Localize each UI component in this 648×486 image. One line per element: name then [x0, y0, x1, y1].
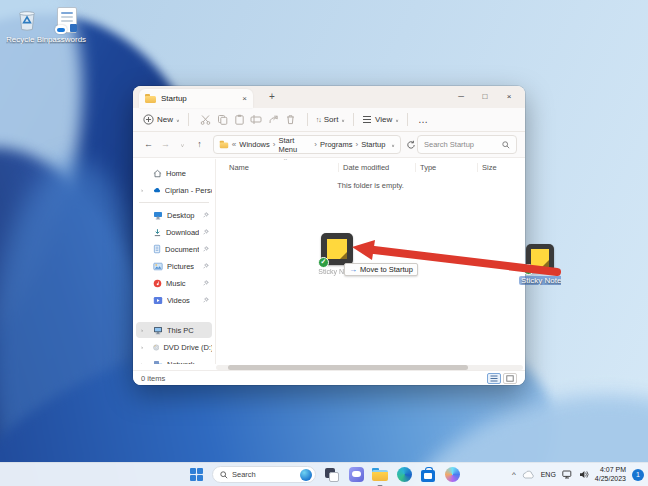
sidebar-item-network[interactable]: › Network [136, 356, 212, 364]
details-view-toggle[interactable] [487, 373, 501, 384]
sidebar-item-label: DVD Drive (D:) CCC [163, 343, 212, 352]
copy-button[interactable] [214, 114, 231, 125]
address-dropdown-icon[interactable]: ∨ [391, 142, 395, 147]
tab-close-icon[interactable]: × [242, 94, 247, 103]
network-icon [153, 360, 163, 365]
taskbar-search[interactable]: Search [212, 466, 316, 483]
desktop-icon-recycle-bin[interactable]: Recycle Bin [6, 5, 48, 44]
new-tab-button[interactable]: + [265, 91, 279, 102]
explorer-file-pane[interactable]: Name ^ Date modified Type Size This fold… [215, 159, 525, 364]
sidebar-item-videos[interactable]: Videos [136, 292, 212, 308]
expand-chevron-icon[interactable]: › [141, 344, 143, 350]
tab-startup[interactable]: Startup × [139, 89, 253, 108]
paste-button[interactable] [231, 114, 248, 125]
onedrive-tray-icon[interactable] [522, 470, 535, 479]
cut-button[interactable] [197, 114, 214, 125]
desktop-icon-sticky-notes[interactable]: ✓ Sticky Notes [519, 244, 561, 287]
sidebar-item-this-pc[interactable]: › This PC [136, 322, 212, 338]
sidebar-item-label: Music [166, 279, 186, 288]
copilot-icon [445, 467, 460, 482]
sidebar-item-label: Videos [167, 296, 190, 305]
refresh-button[interactable] [406, 140, 416, 150]
desktop-icon-label: passwords [46, 35, 88, 44]
icons-view-toggle[interactable] [503, 373, 517, 384]
column-header-type[interactable]: Type [415, 163, 477, 172]
pin-icon [203, 263, 209, 269]
edge-icon [397, 467, 412, 482]
start-button[interactable] [188, 467, 204, 483]
breadcrumb-segment[interactable]: Programs [320, 140, 353, 149]
chevron-down-icon: ∨ [341, 117, 345, 122]
expand-chevron-icon[interactable]: › [141, 327, 143, 333]
desktop-icon-document[interactable]: passwords [46, 5, 88, 44]
back-button[interactable]: ← [141, 139, 156, 151]
chevron-right-icon: › [314, 140, 317, 149]
new-plus-icon [143, 114, 154, 125]
home-icon [153, 169, 162, 178]
toolbar-divider [353, 113, 354, 126]
see-more-button[interactable]: … [418, 114, 429, 125]
forward-button[interactable]: → [158, 139, 173, 151]
notification-badge[interactable]: 1 [632, 469, 644, 481]
share-button[interactable] [265, 114, 282, 125]
copilot-button[interactable] [444, 467, 460, 483]
breadcrumb[interactable]: « Windows › Start Menu › Programs › Star… [213, 135, 401, 154]
column-headers: Name ^ Date modified Type Size [216, 159, 525, 175]
explorer-tab-bar: Startup × + ─ □ × [133, 86, 525, 108]
volume-tray-icon[interactable] [579, 470, 589, 479]
microsoft-store-button[interactable] [420, 467, 436, 483]
clock-time: 4:07 PM [595, 466, 626, 475]
pin-icon [203, 280, 209, 286]
path-overflow-icon[interactable]: « [232, 140, 236, 149]
network-tray-icon[interactable] [562, 470, 573, 479]
taskbar-clock[interactable]: 4:07 PM 4/25/2023 [595, 466, 626, 483]
search-icon [220, 471, 228, 479]
breadcrumb-segment[interactable]: Start Menu [278, 136, 311, 154]
breadcrumb-segment[interactable]: Windows [239, 140, 269, 149]
sidebar-item-documents[interactable]: Documents [136, 241, 212, 257]
sidebar-item-onedrive[interactable]: › Ciprian - Personal [136, 182, 212, 198]
view-button[interactable]: View ∨ [362, 115, 399, 124]
hidden-icons-button[interactable]: ^ [512, 470, 516, 479]
language-indicator[interactable]: ENG [541, 471, 556, 478]
search-icon [502, 141, 510, 149]
column-header-name[interactable]: Name [216, 163, 338, 172]
desktop-icon-label: Recycle Bin [6, 35, 48, 44]
sidebar-item-pictures[interactable]: Pictures [136, 258, 212, 274]
sidebar-item-dvd-drive[interactable]: › DVD Drive (D:) CCC [136, 339, 212, 355]
column-header-date-modified[interactable]: Date modified [338, 163, 415, 172]
sidebar-item-home[interactable]: Home [136, 165, 212, 181]
chat-button[interactable] [348, 467, 364, 483]
up-button[interactable]: ↑ [192, 139, 207, 151]
view-button-label: View [375, 115, 392, 124]
sidebar-divider [139, 202, 209, 203]
breadcrumb-segment[interactable]: Startup [361, 140, 385, 149]
task-view-button[interactable] [324, 467, 340, 483]
sort-button-label: Sort [324, 115, 339, 124]
sidebar-item-label: Pictures [167, 262, 194, 271]
close-button[interactable]: × [497, 86, 521, 108]
expand-chevron-icon[interactable]: › [141, 361, 143, 364]
search-input[interactable]: Search Startup [417, 135, 517, 154]
drag-tooltip: → Move to Startup [344, 263, 418, 276]
document-icon [46, 5, 88, 33]
sidebar-item-music[interactable]: Music [136, 275, 212, 291]
store-icon [421, 470, 435, 482]
recent-locations-button[interactable]: ∨ [175, 140, 190, 150]
file-explorer-button[interactable] [372, 467, 388, 483]
sidebar-item-downloads[interactable]: Downloads [136, 224, 212, 240]
scrollbar-thumb[interactable] [228, 365, 467, 370]
minimize-button[interactable]: ─ [449, 86, 473, 108]
rename-button[interactable] [248, 114, 265, 125]
refresh-icon [406, 140, 416, 150]
maximize-button[interactable]: □ [473, 86, 497, 108]
delete-button[interactable] [282, 114, 299, 125]
this-pc-icon [153, 326, 163, 335]
new-button[interactable]: New ∨ [143, 114, 180, 125]
column-header-size[interactable]: Size [477, 163, 521, 172]
expand-chevron-icon[interactable]: › [141, 187, 143, 193]
sort-button[interactable]: ↑↓ Sort ∨ [316, 115, 345, 124]
sidebar-item-desktop[interactable]: Desktop [136, 207, 212, 223]
sync-check-badge-icon: ✓ [523, 264, 534, 275]
edge-button[interactable] [396, 467, 412, 483]
